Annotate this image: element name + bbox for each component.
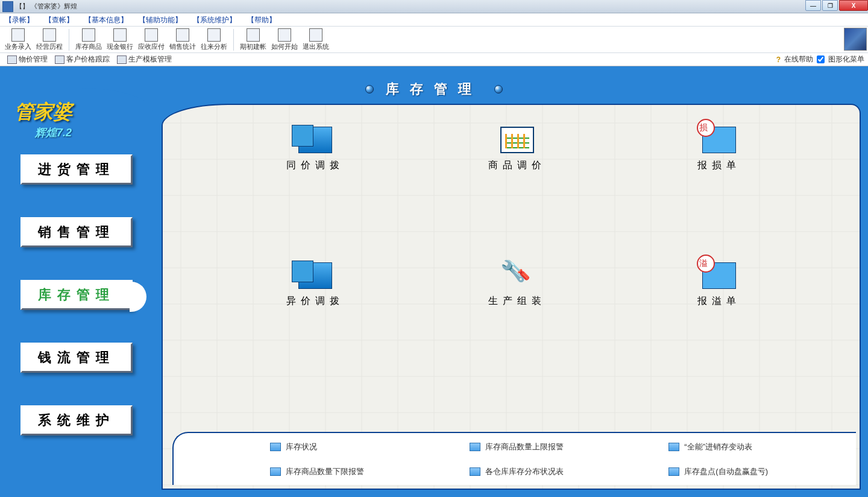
toolbtn-cash-bank[interactable]: 现金银行 bbox=[104, 28, 136, 51]
page-title: 库存管理 bbox=[386, 80, 482, 98]
biz-entry-icon bbox=[11, 28, 25, 42]
help-icon: ? bbox=[776, 55, 781, 64]
customer-price-track-icon bbox=[55, 55, 64, 64]
menu-record[interactable]: 【录帐】 bbox=[5, 15, 34, 25]
link-stock-status[interactable]: 库存状况 bbox=[270, 442, 445, 452]
link-warehouse-distribution[interactable]: 各仓库库存分布状况表 bbox=[470, 466, 645, 477]
init-book-icon bbox=[247, 28, 260, 42]
toolbar-sep bbox=[233, 29, 234, 51]
report-links: 库存状况 库存商品数量上限报警 “全能”进销存变动表 库存商品数量下限报警 各仓… bbox=[186, 437, 844, 481]
table-icon bbox=[270, 443, 281, 451]
subbtn-prod-template[interactable]: 生产模板管理 bbox=[113, 54, 175, 65]
tools-icon bbox=[500, 262, 534, 289]
func-overflow-report[interactable]: 报溢单 bbox=[630, 262, 808, 308]
jewel-left-icon bbox=[365, 85, 374, 93]
toolbtn-contact-analysis[interactable]: 往来分析 bbox=[198, 28, 230, 51]
table-icon bbox=[470, 467, 480, 476]
jewel-right-icon bbox=[494, 85, 503, 93]
contact-analysis-icon bbox=[207, 28, 221, 42]
damage-icon bbox=[702, 127, 736, 153]
content-area: 库存管理 管家婆 辉煌7.2 进货管理 销售管理 库存管理 钱流管理 系统维护 … bbox=[0, 66, 868, 497]
nav-inventory[interactable]: 库存管理 bbox=[20, 280, 133, 310]
table-icon bbox=[668, 467, 679, 476]
exit-icon bbox=[309, 28, 322, 42]
menu-query[interactable]: 【查帐】 bbox=[45, 15, 74, 25]
toolbtn-receivable[interactable]: 应收应付 bbox=[136, 28, 167, 51]
subbtn-price-mgmt[interactable]: 物价管理 bbox=[4, 54, 51, 65]
warehouse-transfer-icon bbox=[298, 262, 332, 289]
menu-sys-maint[interactable]: 【系统维护】 bbox=[193, 15, 236, 25]
cash-bank-icon bbox=[113, 28, 127, 42]
toolbar-sep bbox=[69, 29, 69, 51]
toolbtn-exit[interactable]: 退出系统 bbox=[300, 28, 332, 51]
function-icon-grid: 同价调拨 商品调价 报损单 异价调拨 生产组装 bbox=[227, 127, 808, 308]
subbtn-customer-price-track[interactable]: 客户价格跟踪 bbox=[51, 54, 113, 65]
toolbar-main: 业务录入 经营历程 库存商品 现金银行 应收应付 销售统计 往来分析 期初建帐 … bbox=[0, 27, 868, 53]
func-assembly[interactable]: 生产组装 bbox=[429, 262, 606, 308]
func-damage-report[interactable]: 报损单 bbox=[630, 127, 808, 172]
func-diff-price-transfer[interactable]: 异价调拨 bbox=[227, 262, 404, 308]
sales-stat-icon bbox=[176, 28, 189, 42]
overflow-icon bbox=[702, 262, 736, 289]
menu-basic-info[interactable]: 【基本信息】 bbox=[84, 15, 128, 25]
toolbtn-how-start[interactable]: 如何开始 bbox=[269, 28, 300, 51]
func-same-price-transfer[interactable]: 同价调拨 bbox=[227, 127, 404, 172]
app-icon bbox=[2, 1, 13, 12]
link-lower-alarm[interactable]: 库存商品数量下限报警 bbox=[270, 466, 445, 477]
menu-help[interactable]: 【帮助】 bbox=[247, 15, 276, 25]
titlebar: 【】 《管家婆》辉煌 — ❐ X bbox=[0, 0, 868, 13]
history-icon bbox=[43, 28, 56, 42]
nav-cashflow[interactable]: 钱流管理 bbox=[20, 343, 133, 373]
link-inventory-check[interactable]: 库存盘点(自动盘赢盘亏) bbox=[668, 466, 844, 477]
func-price-adjust[interactable]: 商品调价 bbox=[429, 127, 606, 172]
toolbtn-biz-entry[interactable]: 业务录入 bbox=[2, 28, 34, 51]
prod-template-icon bbox=[117, 55, 127, 64]
logo-sub: 辉煌7.2 bbox=[35, 125, 147, 140]
link-allpower-report[interactable]: “全能”进销存变动表 bbox=[668, 442, 844, 452]
minimize-button[interactable]: — bbox=[805, 0, 821, 11]
toolbtn-sales-stat[interactable]: 销售统计 bbox=[167, 28, 198, 51]
graphical-menu-label: 图形化菜单 bbox=[828, 54, 864, 65]
bottom-panel: 库存状况 库存商品数量上限报警 “全能”进销存变动表 库存商品数量下限报警 各仓… bbox=[172, 432, 856, 485]
stock-icon bbox=[82, 28, 95, 42]
graphical-menu-checkbox[interactable] bbox=[817, 55, 825, 63]
window-controls: — ❐ X bbox=[804, 0, 868, 11]
toolbtn-stock[interactable]: 库存商品 bbox=[73, 28, 104, 51]
warehouse-transfer-icon bbox=[298, 127, 332, 153]
sidebar: 管家婆 辉煌7.2 进货管理 销售管理 库存管理 钱流管理 系统维护 bbox=[8, 88, 153, 492]
logo-area: 管家婆 辉煌7.2 bbox=[8, 88, 153, 154]
toolbtn-init-book[interactable]: 期初建帐 bbox=[237, 28, 269, 51]
nav-purchase[interactable]: 进货管理 bbox=[20, 154, 133, 185]
table-icon bbox=[470, 443, 480, 451]
brand-cube-icon bbox=[844, 28, 867, 51]
maximize-button[interactable]: ❐ bbox=[822, 0, 838, 11]
link-upper-alarm[interactable]: 库存商品数量上限报警 bbox=[470, 442, 645, 452]
main-panel-inner: 同价调拨 商品调价 报损单 异价调拨 生产组装 bbox=[166, 109, 856, 485]
window-title: 【】 《管家婆》辉煌 bbox=[16, 2, 77, 11]
how-start-icon bbox=[278, 28, 291, 42]
toolbar-sub: 物价管理 客户价格跟踪 生产模板管理 ? 在线帮助 图形化菜单 bbox=[0, 53, 868, 66]
table-icon bbox=[270, 467, 281, 476]
nav-sales[interactable]: 销售管理 bbox=[20, 217, 133, 247]
toolbtn-history[interactable]: 经营历程 bbox=[34, 28, 65, 51]
menubar: 【录帐】 【查帐】 【基本信息】 【辅助功能】 【系统维护】 【帮助】 bbox=[0, 13, 868, 27]
main-panel: 同价调拨 商品调价 报损单 异价调拨 生产组装 bbox=[162, 104, 861, 490]
online-help-link[interactable]: 在线帮助 bbox=[784, 54, 813, 65]
price-chart-icon bbox=[500, 127, 534, 153]
logo-main: 管家婆 bbox=[14, 99, 147, 125]
receivable-icon bbox=[145, 28, 158, 42]
table-icon bbox=[668, 443, 679, 451]
nav-sysmaint[interactable]: 系统维护 bbox=[20, 405, 133, 435]
price-mgmt-icon bbox=[7, 55, 17, 64]
close-button[interactable]: X bbox=[839, 0, 868, 11]
menu-aux[interactable]: 【辅助功能】 bbox=[139, 15, 182, 25]
